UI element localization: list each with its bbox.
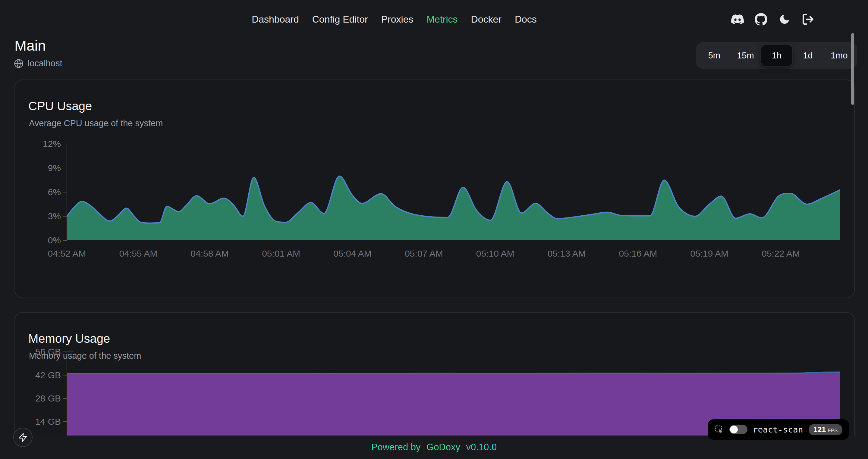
inspect-element-icon[interactable] bbox=[714, 425, 724, 434]
x-axis-tick-label: 05:10 AM bbox=[476, 249, 515, 258]
series-line bbox=[67, 372, 840, 373]
discord-icon[interactable] bbox=[731, 13, 744, 26]
version-label: v0.10.0 bbox=[466, 442, 497, 452]
x-axis-tick-label: 05:13 AM bbox=[548, 249, 586, 258]
header-icon-group bbox=[731, 7, 814, 31]
nav-item-proxies[interactable]: Proxies bbox=[381, 14, 413, 25]
y-axis-tick-label: 28 GB bbox=[35, 393, 61, 403]
nav-item-config-editor[interactable]: Config Editor bbox=[312, 14, 368, 25]
fps-badge: 121 FPS bbox=[809, 424, 843, 435]
host-label: localhost bbox=[28, 59, 62, 68]
x-axis-tick-label: 05:01 AM bbox=[262, 249, 300, 258]
x-axis-tick-label: 05:07 AM bbox=[405, 249, 443, 258]
top-nav: Dashboard Config Editor Proxies Metrics … bbox=[252, 7, 537, 31]
x-axis-tick-label: 04:58 AM bbox=[190, 249, 229, 258]
footer-text: Powered by GoDoxy v0.10.0 bbox=[371, 442, 497, 453]
powered-by-label: Powered by bbox=[371, 442, 421, 452]
brand-link[interactable]: GoDoxy bbox=[427, 442, 460, 452]
nav-item-dashboard[interactable]: Dashboard bbox=[252, 14, 299, 25]
x-axis-tick-label: 05:04 AM bbox=[333, 249, 372, 258]
range-option-5m[interactable]: 5m bbox=[699, 44, 730, 66]
scan-toggle[interactable] bbox=[730, 425, 747, 434]
range-option-15m[interactable]: 15m bbox=[730, 44, 761, 66]
x-axis-tick-label: 05:22 AM bbox=[762, 249, 800, 258]
nav-item-docs[interactable]: Docs bbox=[515, 14, 537, 25]
app-viewport: Dashboard Config Editor Proxies Metrics … bbox=[0, 0, 868, 459]
dark-mode-moon-icon[interactable] bbox=[778, 13, 791, 26]
y-axis-tick-label: 14 GB bbox=[35, 417, 61, 426]
logout-icon[interactable] bbox=[802, 13, 814, 26]
range-option-1mo[interactable]: 1mo bbox=[824, 44, 855, 66]
cpu-usage-chart[interactable]: 0%3%6%9%12%04:52 AM04:55 AM04:58 AM05:01… bbox=[15, 138, 855, 266]
cpu-card-subtitle: Average CPU usage of the system bbox=[15, 113, 854, 128]
y-axis-tick-label: 56 GB bbox=[35, 347, 61, 357]
nav-item-docker[interactable]: Docker bbox=[471, 14, 501, 25]
y-axis-tick-label: 0% bbox=[48, 235, 61, 245]
y-axis-tick-label: 42 GB bbox=[35, 370, 61, 380]
range-option-1h[interactable]: 1h bbox=[761, 44, 792, 66]
range-option-1d[interactable]: 1d bbox=[792, 44, 824, 66]
page-title: Main bbox=[14, 37, 46, 54]
toggle-knob bbox=[730, 426, 738, 433]
x-axis-tick-label: 04:52 AM bbox=[48, 249, 86, 258]
react-scan-widget[interactable]: react-scan 121 FPS bbox=[708, 419, 849, 440]
x-axis-tick-label: 05:16 AM bbox=[619, 249, 657, 258]
x-axis-tick-label: 05:19 AM bbox=[690, 249, 728, 258]
globe-icon bbox=[14, 59, 24, 68]
fps-unit: FPS bbox=[828, 428, 838, 434]
y-axis-tick-label: 9% bbox=[48, 163, 61, 173]
scrollbar-thumb[interactable] bbox=[851, 33, 854, 105]
fps-value: 121 bbox=[813, 425, 826, 434]
cpu-usage-card: CPU Usage Average CPU usage of the syste… bbox=[14, 79, 855, 298]
react-scan-label: react-scan bbox=[753, 425, 803, 434]
y-axis-tick-label: 6% bbox=[48, 187, 61, 197]
host-row: localhost bbox=[14, 59, 62, 68]
github-icon[interactable] bbox=[755, 13, 767, 26]
y-axis-tick-label: 12% bbox=[43, 139, 61, 149]
cpu-card-title: CPU Usage bbox=[15, 80, 854, 113]
nav-item-metrics[interactable]: Metrics bbox=[427, 14, 458, 25]
y-axis-tick-label: 3% bbox=[48, 211, 61, 221]
x-axis-tick-label: 04:55 AM bbox=[119, 249, 157, 258]
quick-actions-button[interactable] bbox=[13, 428, 33, 447]
time-range-selector: 5m 15m 1h 1d 1mo bbox=[696, 42, 857, 69]
